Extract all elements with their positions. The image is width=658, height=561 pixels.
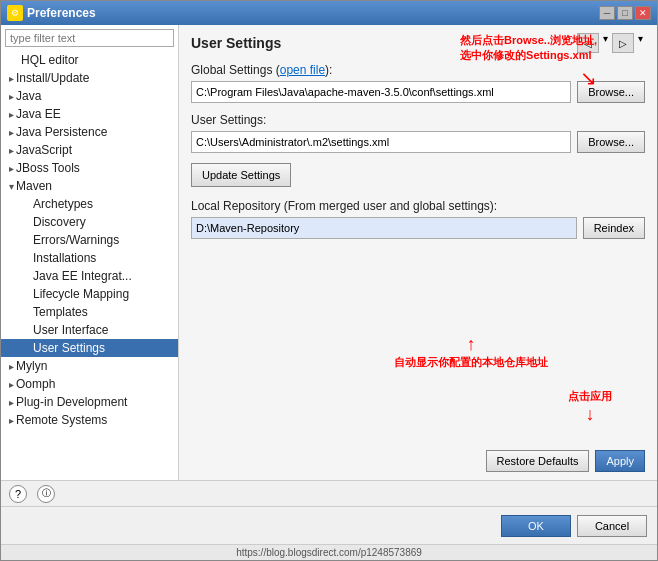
nav-separator: ▾: [601, 33, 610, 53]
tree-arrow-javascript: ▸: [9, 145, 14, 156]
tree-label-java-ee: Java EE: [16, 107, 61, 121]
tree-item-remote-systems[interactable]: ▸Remote Systems: [1, 411, 178, 429]
left-panel: HQL editor▸Install/Update▸Java▸Java EE▸J…: [1, 25, 179, 480]
panel-header: User Settings ◁ ▾ ▷ ▾: [191, 33, 645, 53]
tree-item-archetypes[interactable]: Archetypes: [1, 195, 178, 213]
filter-input[interactable]: [5, 29, 174, 47]
tree-item-user-interface[interactable]: User Interface: [1, 321, 178, 339]
tree-label-remote-systems: Remote Systems: [16, 413, 107, 427]
title-controls: ─ □ ✕: [599, 6, 651, 20]
tree-item-lifecycle-mapping[interactable]: Lifecycle Mapping: [1, 285, 178, 303]
annotation-bottom-right: 点击应用 ↓: [568, 389, 612, 425]
content-area: HQL editor▸Install/Update▸Java▸Java EE▸J…: [1, 25, 657, 480]
tree-label-java-persistence: Java Persistence: [16, 125, 107, 139]
update-settings-button[interactable]: Update Settings: [191, 163, 291, 187]
title-bar-left: ⚙ Preferences: [7, 5, 96, 21]
tree-label-lifecycle-mapping: Lifecycle Mapping: [33, 287, 129, 301]
user-settings-label: User Settings:: [191, 113, 645, 127]
tree-label-jboss-tools: JBoss Tools: [16, 161, 80, 175]
restore-defaults-button[interactable]: Restore Defaults: [486, 450, 590, 472]
preferences-window: ⚙ Preferences ─ □ ✕ HQL editor▸Install/U…: [0, 0, 658, 561]
tree-arrow-maven: ▾: [9, 181, 14, 192]
tree-item-oomph[interactable]: ▸Oomph: [1, 375, 178, 393]
help-icon[interactable]: ?: [9, 485, 27, 503]
user-settings-row: Browse...: [191, 131, 645, 153]
tree-label-archetypes: Archetypes: [33, 197, 93, 211]
tree-label-discovery: Discovery: [33, 215, 86, 229]
tree-arrow-java: ▸: [9, 91, 14, 102]
window-icon: ⚙: [7, 5, 23, 21]
tree-label-templates: Templates: [33, 305, 88, 319]
tree-arrow-jboss-tools: ▸: [9, 163, 14, 174]
tree-label-java-ee-integration: Java EE Integrat...: [33, 269, 132, 283]
tree-item-install-update[interactable]: ▸Install/Update: [1, 69, 178, 87]
tree-label-install-update: Install/Update: [16, 71, 89, 85]
tree-item-hql-editor[interactable]: HQL editor: [1, 51, 178, 69]
tree-label-javascript: JavaScript: [16, 143, 72, 157]
tree-label-hql-editor: HQL editor: [21, 53, 79, 67]
nav-forward-button[interactable]: ▷: [612, 33, 634, 53]
close-button[interactable]: ✕: [635, 6, 651, 20]
local-repo-input[interactable]: [191, 217, 577, 239]
maximize-button[interactable]: □: [617, 6, 633, 20]
tree-label-installations: Installations: [33, 251, 96, 265]
tree-item-java-persistence[interactable]: ▸Java Persistence: [1, 123, 178, 141]
update-settings-row: Update Settings: [191, 163, 645, 187]
tree-item-jboss-tools[interactable]: ▸JBoss Tools: [1, 159, 178, 177]
global-settings-row: Browse...: [191, 81, 645, 103]
footer-link: https://blog.blogsdirect.com/p1248573869: [1, 544, 657, 560]
tree-item-java[interactable]: ▸Java: [1, 87, 178, 105]
panel-title: User Settings: [191, 35, 281, 51]
tree-item-java-ee-integration[interactable]: Java EE Integrat...: [1, 267, 178, 285]
tree-item-discovery[interactable]: Discovery: [1, 213, 178, 231]
minimize-button[interactable]: ─: [599, 6, 615, 20]
tree-arrow-mylyn: ▸: [9, 361, 14, 372]
tree-label-oomph: Oomph: [16, 377, 55, 391]
nav-arrows: ◁ ▾ ▷ ▾: [577, 33, 645, 53]
tree-item-user-settings[interactable]: User Settings: [1, 339, 178, 357]
bottom-bar: OK Cancel: [1, 506, 657, 544]
global-settings-input[interactable]: [191, 81, 571, 103]
tree-arrow-java-persistence: ▸: [9, 127, 14, 138]
tree-item-installations[interactable]: Installations: [1, 249, 178, 267]
right-panel: User Settings ◁ ▾ ▷ ▾ 然后点击Browse..浏览地址,选…: [179, 25, 657, 480]
tree-label-errors-warnings: Errors/Warnings: [33, 233, 119, 247]
bottom-buttons-row: Restore Defaults Apply: [191, 442, 645, 472]
tree-arrow-oomph: ▸: [9, 379, 14, 390]
tree-label-maven: Maven: [16, 179, 52, 193]
annotation-bottom-middle-text: 自动显示你配置的本地仓库地址: [394, 355, 548, 370]
tree-label-user-settings: User Settings: [33, 341, 105, 355]
tree-item-mylyn[interactable]: ▸Mylyn: [1, 357, 178, 375]
help-bar: ? ⓘ: [1, 480, 657, 506]
tree-item-java-ee[interactable]: ▸Java EE: [1, 105, 178, 123]
user-browse-button[interactable]: Browse...: [577, 131, 645, 153]
apply-button[interactable]: Apply: [595, 450, 645, 472]
tree-item-javascript[interactable]: ▸JavaScript: [1, 141, 178, 159]
tree-arrow-plug-in-development: ▸: [9, 397, 14, 408]
tree-item-templates[interactable]: Templates: [1, 303, 178, 321]
global-settings-label: Global Settings (open file):: [191, 63, 645, 77]
ok-button[interactable]: OK: [501, 515, 571, 537]
user-settings-input[interactable]: [191, 131, 571, 153]
arrow-down: ↓: [568, 404, 612, 425]
tree-arrow-java-ee: ▸: [9, 109, 14, 120]
tree-item-errors-warnings[interactable]: Errors/Warnings: [1, 231, 178, 249]
tree-label-mylyn: Mylyn: [16, 359, 47, 373]
tree-label-java: Java: [16, 89, 41, 103]
window-title: Preferences: [27, 6, 96, 20]
cancel-button[interactable]: Cancel: [577, 515, 647, 537]
annotation-bottom-middle: ↑ 自动显示你配置的本地仓库地址: [394, 334, 548, 370]
nav-back-button[interactable]: ◁: [577, 33, 599, 53]
open-file-link[interactable]: open file: [280, 63, 325, 77]
tree-arrow-remote-systems: ▸: [9, 415, 14, 426]
reindex-button[interactable]: Reindex: [583, 217, 645, 239]
tree-arrow-install-update: ▸: [9, 73, 14, 84]
tree-area: HQL editor▸Install/Update▸Java▸Java EE▸J…: [1, 51, 178, 480]
arrow-up: ↑: [394, 334, 548, 355]
global-browse-button[interactable]: Browse...: [577, 81, 645, 103]
local-repo-label: Local Repository (From merged user and g…: [191, 199, 645, 213]
title-bar: ⚙ Preferences ─ □ ✕: [1, 1, 657, 25]
tree-item-maven[interactable]: ▾Maven: [1, 177, 178, 195]
info-icon[interactable]: ⓘ: [37, 485, 55, 503]
tree-item-plug-in-development[interactable]: ▸Plug-in Development: [1, 393, 178, 411]
